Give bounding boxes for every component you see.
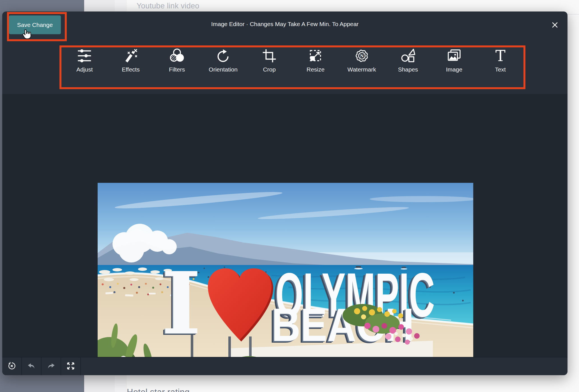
- tool-shapes[interactable]: Shapes: [385, 47, 431, 87]
- field-border-line: [567, 14, 579, 15]
- fullscreen-button[interactable]: [61, 358, 81, 375]
- close-button[interactable]: [550, 20, 560, 30]
- resize-arrow-icon: [307, 48, 324, 64]
- tool-label: Image: [446, 66, 462, 73]
- tool-label: Effects: [122, 66, 140, 73]
- photo-icon: [445, 48, 463, 64]
- overlap-circles-icon: [168, 48, 186, 64]
- tools-bar: Adjust Effects: [61, 47, 523, 87]
- sliders-icon: [76, 48, 93, 64]
- crop-icon: [261, 48, 278, 64]
- watermark-letter: N: [360, 53, 364, 59]
- tool-crop[interactable]: Crop: [246, 47, 293, 87]
- youtube-link-field-label: Youtube link video: [137, 1, 199, 11]
- seal-badge-icon: N: [353, 48, 371, 64]
- tool-text[interactable]: T Text: [477, 47, 523, 87]
- redo-icon: [47, 361, 56, 371]
- hotel-star-rating-label: Hotel star rating: [127, 387, 190, 392]
- bottom-action-bar: [2, 357, 567, 375]
- tool-resize[interactable]: Resize: [293, 47, 339, 87]
- tool-filters[interactable]: Filters: [154, 47, 200, 87]
- tool-label: Filters: [169, 66, 185, 73]
- tool-label: Resize: [307, 66, 325, 73]
- shapes-icon: [399, 48, 417, 64]
- rotate-cw-icon: [214, 48, 232, 64]
- redo-button[interactable]: [42, 358, 61, 375]
- close-icon: [551, 26, 559, 30]
- text-tool-letter: T: [495, 48, 506, 64]
- reset-icon: [7, 361, 16, 371]
- tool-label: Orientation: [209, 66, 238, 73]
- tool-effects[interactable]: Effects: [108, 47, 154, 87]
- undo-button[interactable]: [22, 358, 42, 375]
- fullscreen-icon: [66, 361, 75, 371]
- letter-t-icon: T: [492, 48, 509, 64]
- tool-adjust[interactable]: Adjust: [61, 47, 108, 87]
- photo-i-love-olympic-beach[interactable]: OLYMPIC OLYMPIC OLYMPIC BEACH BEACH BEAC…: [98, 183, 473, 375]
- image-editor-modal: Save Change Image Editor · Changes May T…: [2, 11, 567, 375]
- modal-title: Image Editor · Changes May Take A Few Mi…: [2, 21, 567, 27]
- tool-watermark[interactable]: N Watermark: [339, 47, 385, 87]
- screen: Youtube link video Hotel star rating Sav…: [0, 0, 579, 392]
- svg-text:I: I: [161, 253, 201, 354]
- tool-label: Watermark: [348, 66, 376, 73]
- tool-image[interactable]: Image: [431, 47, 477, 87]
- undo-icon: [27, 361, 36, 371]
- magic-wand-icon: [122, 48, 139, 64]
- tool-label: Crop: [263, 66, 276, 73]
- tool-orientation[interactable]: Orientation: [200, 47, 246, 87]
- tool-label: Adjust: [76, 66, 93, 73]
- tool-label: Text: [495, 66, 506, 73]
- reset-button[interactable]: [2, 358, 22, 375]
- editor-canvas: OLYMPIC OLYMPIC OLYMPIC BEACH BEACH BEAC…: [2, 94, 567, 357]
- tool-label: Shapes: [398, 66, 418, 73]
